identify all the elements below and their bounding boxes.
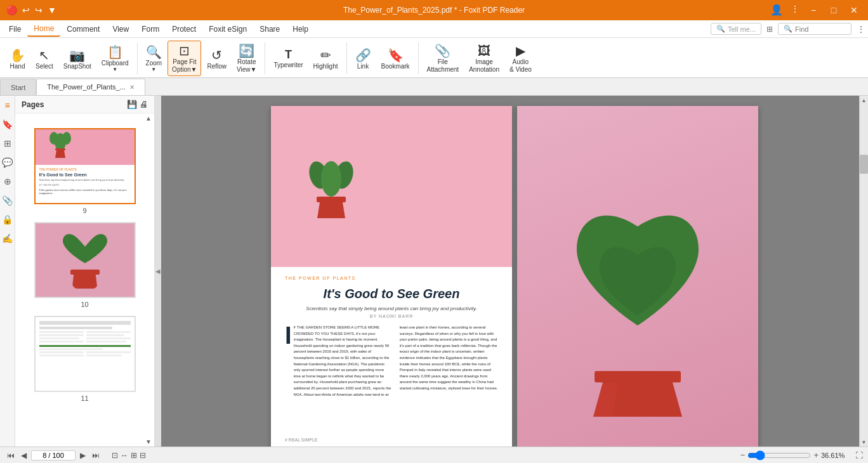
ribbon-hand[interactable]: ✋ Hand <box>5 45 30 72</box>
page-fit-icon: ⊡ <box>179 43 190 58</box>
menu-home[interactable]: Home <box>27 22 60 37</box>
image-annotation-label: ImageAnnotation <box>469 58 499 74</box>
ribbon-clipboard[interactable]: 📋 Clipboard ▼ <box>97 42 133 75</box>
menu-help[interactable]: Help <box>286 22 315 36</box>
two-page-button[interactable]: ⊞ <box>131 451 137 460</box>
more-icon[interactable]: ⋮ <box>791 4 799 16</box>
scroll-down-arrow[interactable]: ▼ <box>860 438 868 447</box>
ribbon-rotate-view[interactable]: 🔄 RotateView▼ <box>232 41 261 76</box>
thumbnail-img-10 <box>34 222 136 298</box>
panel-sign-icon[interactable]: ✍ <box>1 232 15 245</box>
fit-page-button[interactable]: ⊡ <box>112 451 118 460</box>
minimize-button[interactable]: − <box>805 4 822 16</box>
thumb-scroll-up[interactable]: ▲ <box>145 115 152 122</box>
menu-more-icon[interactable]: ⋮ <box>857 24 865 34</box>
maximize-button[interactable]: □ <box>825 4 843 16</box>
thumbnail-panel-header: Pages 💾 🖨 <box>15 96 154 114</box>
zoom-out-button[interactable]: − <box>740 450 746 460</box>
first-page-button[interactable]: ⏮ <box>5 450 16 460</box>
undo-icon[interactable]: ↩ <box>21 4 31 16</box>
ribbon-reflow[interactable]: ↺ Reflow <box>202 45 231 72</box>
thumb-scroll-down[interactable]: ▼ <box>145 438 152 445</box>
ribbon-audio-video[interactable]: ▶ Audio& Video <box>505 41 536 76</box>
reflow-icon: ↺ <box>211 48 222 63</box>
find-icon: 🔍 <box>784 25 792 33</box>
panel-pages-icon[interactable]: ≡ <box>1 98 15 112</box>
app-icon[interactable]: 🔴 <box>5 4 18 16</box>
viewer-scrollbar[interactable]: ▲ ▼ <box>859 96 868 447</box>
article-footer-tag: # REAL SIMPLE <box>285 438 498 442</box>
ribbon-image-annotation[interactable]: 🖼 ImageAnnotation <box>464 41 504 76</box>
print-thumbnail-icon[interactable]: 🖨 <box>140 100 148 109</box>
rotate-view-label: RotateView▼ <box>237 58 256 74</box>
thumbnail-img-11 <box>34 316 136 392</box>
pdf-viewer[interactable]: THE POWER OF PLANTS It's Good to See Gre… <box>161 96 868 447</box>
ribbon: ✋ Hand ↖ Select 📷 SnapShot 📋 Clipboard ▼… <box>0 38 868 78</box>
panel-collapse-handle[interactable]: ◀ <box>155 96 161 447</box>
tab-pdf[interactable]: The_Power_of_Plants_... ✕ <box>36 79 145 95</box>
fit-width-button[interactable]: ↔ <box>121 451 128 460</box>
ribbon-page-fit[interactable]: ⊡ Page FitOption▼ <box>168 41 201 76</box>
menu-protect[interactable]: Protect <box>166 22 202 36</box>
menu-form[interactable]: Form <box>135 22 166 36</box>
clipboard-label: Clipboard <box>102 60 129 67</box>
scroll-up-arrow[interactable]: ▲ <box>860 96 868 105</box>
page-number-input[interactable] <box>31 450 76 460</box>
panel-security-icon[interactable]: 🔒 <box>1 212 15 226</box>
ribbon-file-attachment[interactable]: 📎 FileAttachment <box>423 41 464 76</box>
save-thumbnail-icon[interactable]: 💾 <box>127 100 137 109</box>
ribbon-link[interactable]: 🔗 Link <box>351 45 376 72</box>
zoom-in-button[interactable]: + <box>813 450 819 460</box>
last-page-button[interactable]: ⏭ <box>90 450 102 460</box>
menu-file[interactable]: File <box>3 22 27 36</box>
ribbon-bookmark[interactable]: 🔖 Bookmark <box>377 45 414 72</box>
scroll-page-button[interactable]: ⊟ <box>140 451 146 460</box>
ribbon-zoom[interactable]: 🔍 Zoom ▼ <box>141 42 167 75</box>
panel-thumbnail-icon[interactable]: ⊞ <box>1 136 15 150</box>
tab-pdf-close[interactable]: ✕ <box>129 84 135 91</box>
menu-share[interactable]: Share <box>253 22 286 36</box>
find-input[interactable] <box>795 25 846 33</box>
customize-icon[interactable]: ▼ <box>46 4 58 16</box>
panel-bookmark-icon[interactable]: 🔖 <box>1 117 15 131</box>
thumbnail-img-9: THE POWER OF PLANTS It's Good to See Gre… <box>34 128 136 204</box>
left-panel: ≡ 🔖 ⊞ 💬 ⊕ 📎 🔒 ✍ <box>0 96 15 447</box>
thumbnail-list[interactable]: THE POWER OF PLANTS It's Good to See Gre… <box>15 123 154 437</box>
ribbon-highlight[interactable]: ✏ Highlight <box>309 45 343 72</box>
ribbon-select[interactable]: ↖ Select <box>31 45 58 72</box>
user-icon[interactable]: 👤 <box>770 4 783 16</box>
zoom-slider[interactable] <box>747 450 811 460</box>
panel-comment-icon[interactable]: 💬 <box>1 155 15 169</box>
thumbnail-page-10[interactable]: 10 <box>34 222 136 308</box>
search-icon: 🔍 <box>716 25 725 33</box>
audio-video-icon: ▶ <box>516 43 525 58</box>
ribbon-snapshot[interactable]: 📷 SnapShot <box>59 45 96 72</box>
next-page-button[interactable]: ▶ <box>78 450 88 460</box>
select-label: Select <box>36 63 53 70</box>
ribbon-typewriter[interactable]: T Typewriter <box>269 46 307 72</box>
panel-layers-icon[interactable]: ⊕ <box>1 174 15 188</box>
thumbnail-page-9[interactable]: THE POWER OF PLANTS It's Good to See Gre… <box>34 128 136 214</box>
prev-page-button[interactable]: ◀ <box>19 450 29 460</box>
file-attachment-label: FileAttachment <box>427 58 459 74</box>
redo-icon[interactable]: ↪ <box>34 4 44 16</box>
menu-view[interactable]: View <box>106 22 135 36</box>
thumbnail-page-11[interactable]: 11 <box>34 316 136 402</box>
tab-start[interactable]: Start <box>0 79 36 95</box>
menu-foxit-esign[interactable]: Foxit eSign <box>202 22 253 36</box>
ribbon-separator-3 <box>346 42 347 74</box>
pdf-page-left: THE POWER OF PLANTS It's Good to See Gre… <box>271 106 512 447</box>
thumbnail-panel: Pages 💾 🖨 ▲ <box>15 96 155 447</box>
typewriter-icon: T <box>285 48 292 62</box>
window-title: The_Power_of_Plants_2025.pdf * - Foxit P… <box>343 6 525 15</box>
svg-rect-8 <box>317 197 346 202</box>
collapse-ribbon-icon[interactable]: ⊞ <box>766 25 773 34</box>
ribbon-separator-1 <box>137 42 138 74</box>
scroll-thumb[interactable] <box>860 155 868 174</box>
fullscreen-button[interactable]: ⛶ <box>855 451 863 460</box>
panel-attach-icon[interactable]: 📎 <box>1 193 15 207</box>
pdf-pages: THE POWER OF PLANTS It's Good to See Gre… <box>271 106 758 447</box>
close-button[interactable]: ✕ <box>845 4 863 16</box>
file-attachment-icon: 📎 <box>435 43 450 58</box>
menu-comment[interactable]: Comment <box>60 22 106 36</box>
